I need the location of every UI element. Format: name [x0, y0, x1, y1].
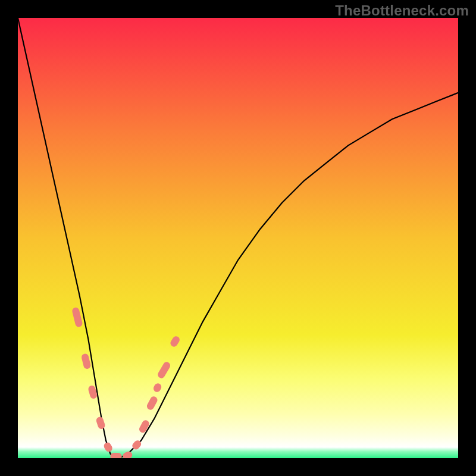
- watermark-text: TheBottleneck.com: [335, 2, 469, 19]
- data-marker: [110, 453, 121, 458]
- gradient-background: [18, 18, 458, 458]
- chart-stage: TheBottleneck.com: [0, 0, 476, 476]
- plot-area: [18, 18, 458, 458]
- plot-svg: [18, 18, 458, 458]
